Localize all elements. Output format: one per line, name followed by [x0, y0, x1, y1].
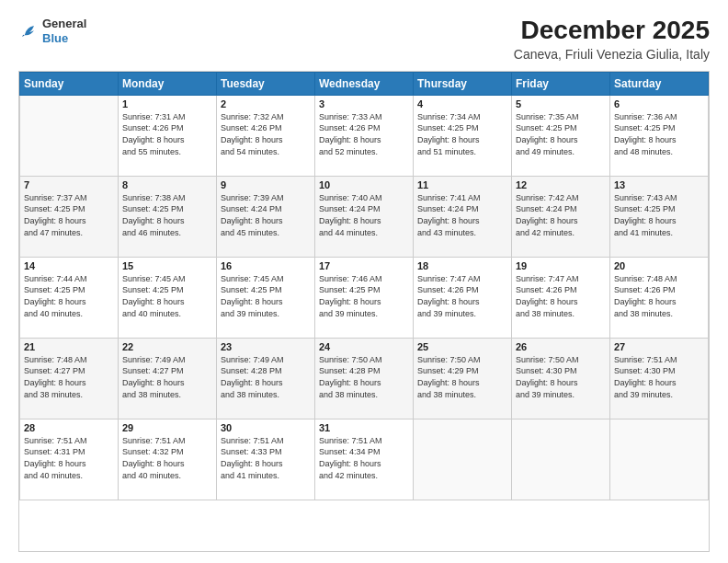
day-number: 1 — [122, 98, 212, 109]
day-number: 17 — [319, 260, 409, 271]
calendar-cell: 21Sunrise: 7:48 AMSunset: 4:27 PMDayligh… — [20, 338, 119, 419]
calendar-day-header: Saturday — [610, 72, 709, 95]
calendar-cell: 12Sunrise: 7:42 AMSunset: 4:24 PMDayligh… — [512, 176, 610, 257]
calendar-day-header: Tuesday — [217, 72, 315, 95]
day-number: 12 — [516, 179, 606, 190]
day-info: Sunrise: 7:35 AMSunset: 4:25 PMDaylight:… — [516, 111, 606, 157]
calendar-cell: 27Sunrise: 7:51 AMSunset: 4:30 PMDayligh… — [610, 338, 709, 419]
calendar-cell: 6Sunrise: 7:36 AMSunset: 4:25 PMDaylight… — [610, 95, 709, 176]
calendar-cell: 10Sunrise: 7:40 AMSunset: 4:24 PMDayligh… — [315, 176, 414, 257]
logo-icon — [18, 21, 39, 41]
day-info: Sunrise: 7:38 AMSunset: 4:25 PMDaylight:… — [122, 192, 212, 238]
calendar-cell: 15Sunrise: 7:45 AMSunset: 4:25 PMDayligh… — [119, 257, 217, 338]
calendar-cell: 3Sunrise: 7:33 AMSunset: 4:26 PMDaylight… — [315, 95, 414, 176]
calendar-day-header: Friday — [512, 72, 610, 95]
calendar-cell: 28Sunrise: 7:51 AMSunset: 4:31 PMDayligh… — [20, 419, 119, 500]
day-number: 28 — [24, 422, 114, 433]
logo: General Blue — [18, 17, 86, 45]
day-number: 24 — [319, 341, 409, 352]
day-info: Sunrise: 7:31 AMSunset: 4:26 PMDaylight:… — [122, 111, 212, 157]
day-info: Sunrise: 7:33 AMSunset: 4:26 PMDaylight:… — [319, 111, 409, 157]
day-info: Sunrise: 7:39 AMSunset: 4:24 PMDaylight:… — [221, 192, 311, 238]
day-number: 10 — [319, 179, 409, 190]
day-info: Sunrise: 7:51 AMSunset: 4:32 PMDaylight:… — [122, 435, 212, 481]
calendar-week-row: 1Sunrise: 7:31 AMSunset: 4:26 PMDaylight… — [20, 95, 709, 176]
day-info: Sunrise: 7:46 AMSunset: 4:25 PMDaylight:… — [319, 273, 409, 319]
day-info: Sunrise: 7:43 AMSunset: 4:25 PMDaylight:… — [614, 192, 704, 238]
day-number: 30 — [221, 422, 311, 433]
calendar-cell: 20Sunrise: 7:48 AMSunset: 4:26 PMDayligh… — [610, 257, 709, 338]
calendar-cell: 5Sunrise: 7:35 AMSunset: 4:25 PMDaylight… — [512, 95, 610, 176]
day-number: 5 — [516, 98, 606, 109]
calendar-day-header: Wednesday — [315, 72, 414, 95]
day-info: Sunrise: 7:45 AMSunset: 4:25 PMDaylight:… — [221, 273, 311, 319]
day-number: 21 — [24, 341, 114, 352]
calendar-week-row: 28Sunrise: 7:51 AMSunset: 4:31 PMDayligh… — [20, 419, 709, 500]
calendar-day-header: Thursday — [414, 72, 512, 95]
day-number: 8 — [122, 179, 212, 190]
day-info: Sunrise: 7:49 AMSunset: 4:27 PMDaylight:… — [122, 354, 212, 400]
calendar-cell: 26Sunrise: 7:50 AMSunset: 4:30 PMDayligh… — [512, 338, 610, 419]
day-number: 7 — [24, 179, 114, 190]
day-info: Sunrise: 7:48 AMSunset: 4:26 PMDaylight:… — [614, 273, 704, 319]
day-info: Sunrise: 7:37 AMSunset: 4:25 PMDaylight:… — [24, 192, 114, 238]
calendar-cell: 13Sunrise: 7:43 AMSunset: 4:25 PMDayligh… — [610, 176, 709, 257]
calendar-cell: 11Sunrise: 7:41 AMSunset: 4:24 PMDayligh… — [414, 176, 512, 257]
day-number: 20 — [614, 260, 704, 271]
day-number: 4 — [417, 98, 507, 109]
page-subtitle: Caneva, Friuli Venezia Giulia, Italy — [514, 47, 710, 62]
day-info: Sunrise: 7:44 AMSunset: 4:25 PMDaylight:… — [24, 273, 114, 319]
calendar-cell: 24Sunrise: 7:50 AMSunset: 4:28 PMDayligh… — [315, 338, 414, 419]
calendar-week-row: 21Sunrise: 7:48 AMSunset: 4:27 PMDayligh… — [20, 338, 709, 419]
day-info: Sunrise: 7:40 AMSunset: 4:24 PMDaylight:… — [319, 192, 409, 238]
day-number: 2 — [221, 98, 311, 109]
page-title: December 2025 — [514, 17, 710, 45]
calendar-cell: 14Sunrise: 7:44 AMSunset: 4:25 PMDayligh… — [20, 257, 119, 338]
calendar-cell — [414, 419, 512, 500]
day-info: Sunrise: 7:51 AMSunset: 4:31 PMDaylight:… — [24, 435, 114, 481]
calendar-cell: 4Sunrise: 7:34 AMSunset: 4:25 PMDaylight… — [414, 95, 512, 176]
calendar-cell: 25Sunrise: 7:50 AMSunset: 4:29 PMDayligh… — [414, 338, 512, 419]
day-info: Sunrise: 7:51 AMSunset: 4:34 PMDaylight:… — [319, 435, 409, 481]
calendar-cell: 22Sunrise: 7:49 AMSunset: 4:27 PMDayligh… — [119, 338, 217, 419]
day-info: Sunrise: 7:47 AMSunset: 4:26 PMDaylight:… — [417, 273, 507, 319]
calendar-cell: 30Sunrise: 7:51 AMSunset: 4:33 PMDayligh… — [217, 419, 315, 500]
day-number: 14 — [24, 260, 114, 271]
day-info: Sunrise: 7:50 AMSunset: 4:28 PMDaylight:… — [319, 354, 409, 400]
day-number: 16 — [221, 260, 311, 271]
day-number: 25 — [417, 341, 507, 352]
day-info: Sunrise: 7:47 AMSunset: 4:26 PMDaylight:… — [516, 273, 606, 319]
calendar: SundayMondayTuesdayWednesdayThursdayFrid… — [18, 71, 710, 552]
day-number: 6 — [614, 98, 704, 109]
calendar-cell: 19Sunrise: 7:47 AMSunset: 4:26 PMDayligh… — [512, 257, 610, 338]
day-info: Sunrise: 7:41 AMSunset: 4:24 PMDaylight:… — [417, 192, 507, 238]
day-info: Sunrise: 7:51 AMSunset: 4:30 PMDaylight:… — [614, 354, 704, 400]
day-info: Sunrise: 7:45 AMSunset: 4:25 PMDaylight:… — [122, 273, 212, 319]
title-block: December 2025 Caneva, Friuli Venezia Giu… — [514, 17, 710, 62]
header: General Blue December 2025 Caneva, Friul… — [18, 17, 710, 62]
day-info: Sunrise: 7:51 AMSunset: 4:33 PMDaylight:… — [221, 435, 311, 481]
logo-general: General — [42, 17, 86, 31]
calendar-cell: 16Sunrise: 7:45 AMSunset: 4:25 PMDayligh… — [217, 257, 315, 338]
day-number: 31 — [319, 422, 409, 433]
calendar-day-header: Sunday — [20, 72, 119, 95]
calendar-cell: 29Sunrise: 7:51 AMSunset: 4:32 PMDayligh… — [119, 419, 217, 500]
day-info: Sunrise: 7:49 AMSunset: 4:28 PMDaylight:… — [221, 354, 311, 400]
calendar-cell: 18Sunrise: 7:47 AMSunset: 4:26 PMDayligh… — [414, 257, 512, 338]
calendar-cell — [20, 95, 119, 176]
day-number: 22 — [122, 341, 212, 352]
page: General Blue December 2025 Caneva, Friul… — [0, 0, 728, 563]
calendar-cell: 7Sunrise: 7:37 AMSunset: 4:25 PMDaylight… — [20, 176, 119, 257]
day-number: 23 — [221, 341, 311, 352]
calendar-cell — [610, 419, 709, 500]
calendar-day-header: Monday — [119, 72, 217, 95]
day-number: 15 — [122, 260, 212, 271]
day-number: 19 — [516, 260, 606, 271]
calendar-cell: 8Sunrise: 7:38 AMSunset: 4:25 PMDaylight… — [119, 176, 217, 257]
logo-blue: Blue — [42, 31, 86, 46]
day-info: Sunrise: 7:36 AMSunset: 4:25 PMDaylight:… — [614, 111, 704, 157]
calendar-cell: 9Sunrise: 7:39 AMSunset: 4:24 PMDaylight… — [217, 176, 315, 257]
day-info: Sunrise: 7:50 AMSunset: 4:30 PMDaylight:… — [516, 354, 606, 400]
day-info: Sunrise: 7:34 AMSunset: 4:25 PMDaylight:… — [417, 111, 507, 157]
calendar-week-row: 7Sunrise: 7:37 AMSunset: 4:25 PMDaylight… — [20, 176, 709, 257]
